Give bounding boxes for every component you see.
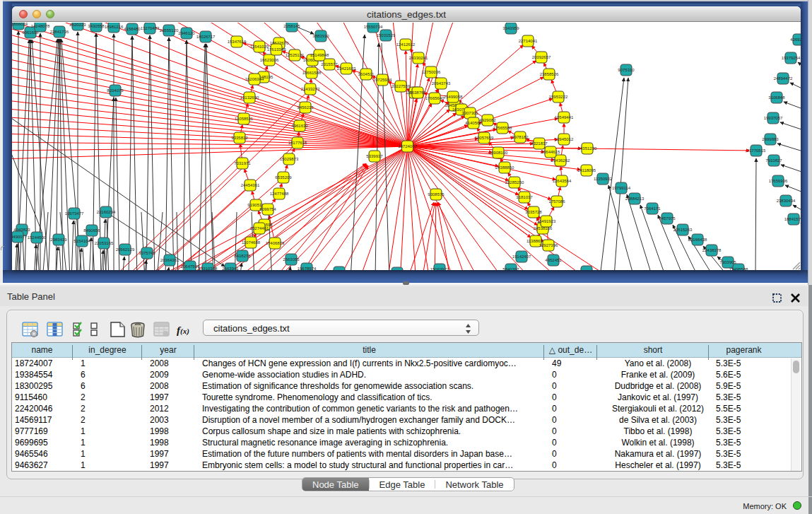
svg-text:7910827: 7910827 xyxy=(765,158,782,163)
svg-text:13945012: 13945012 xyxy=(555,137,574,141)
svg-text:20562129: 20562129 xyxy=(116,247,135,252)
svg-text:3883910: 3883910 xyxy=(312,34,329,38)
svg-text:12750036: 12750036 xyxy=(422,70,441,74)
svg-text:23858526: 23858526 xyxy=(540,72,559,76)
svg-text:2946120: 2946120 xyxy=(178,31,195,35)
svg-text:9308575: 9308575 xyxy=(428,192,445,197)
svg-text:23884213: 23884213 xyxy=(625,197,645,201)
svg-text:15244500: 15244500 xyxy=(28,235,47,240)
svg-text:21499058: 21499058 xyxy=(444,95,463,99)
svg-text:18026717: 18026717 xyxy=(196,35,216,39)
svg-text:15029873: 15029873 xyxy=(280,157,299,161)
svg-text:2620223: 2620223 xyxy=(69,23,86,27)
svg-text:16623006: 16623006 xyxy=(260,58,279,62)
svg-text:22053165: 22053165 xyxy=(95,241,114,245)
svg-text:24330241: 24330241 xyxy=(409,56,428,60)
svg-text:6099754: 6099754 xyxy=(259,207,276,211)
svg-text:17406879: 17406879 xyxy=(266,241,285,245)
svg-text:4158480: 4158480 xyxy=(124,27,141,31)
svg-text:3075745: 3075745 xyxy=(139,251,155,255)
svg-text:12643564: 12643564 xyxy=(553,179,572,183)
svg-text:19937057: 19937057 xyxy=(764,116,783,120)
svg-text:14248078: 14248078 xyxy=(31,24,50,28)
svg-text:18841570: 18841570 xyxy=(784,217,801,221)
svg-text:13270483: 13270483 xyxy=(141,26,160,30)
svg-text:16206344: 16206344 xyxy=(245,77,264,81)
svg-text:3604511: 3604511 xyxy=(358,72,375,76)
svg-text:2563055: 2563055 xyxy=(283,257,300,262)
svg-text:10644615: 10644615 xyxy=(541,150,560,154)
svg-text:22714041: 22714041 xyxy=(519,39,538,43)
svg-text:17565588: 17565588 xyxy=(493,126,512,130)
svg-text:18724007: 18724007 xyxy=(398,144,417,148)
svg-text:1757086: 1757086 xyxy=(548,199,565,204)
svg-text:23421603: 23421603 xyxy=(337,66,356,71)
svg-text:11058511: 11058511 xyxy=(235,117,253,121)
svg-text:10549441: 10549441 xyxy=(555,115,574,119)
svg-text:17613348: 17613348 xyxy=(267,47,286,52)
svg-text:20274461: 20274461 xyxy=(250,226,269,230)
svg-text:2978182: 2978182 xyxy=(512,135,529,139)
svg-text:23830434: 23830434 xyxy=(777,199,796,203)
svg-text:2663941: 2663941 xyxy=(222,267,239,270)
svg-text:20555120: 20555120 xyxy=(160,28,179,33)
svg-text:3307301: 3307301 xyxy=(461,111,478,115)
svg-text:11074688: 11074688 xyxy=(242,240,261,245)
svg-text:22438378: 22438378 xyxy=(702,248,722,252)
svg-text:16491923: 16491923 xyxy=(537,219,556,223)
svg-text:15953222: 15953222 xyxy=(549,95,568,99)
svg-text:15550734: 15550734 xyxy=(364,25,383,29)
svg-text:14351230: 14351230 xyxy=(578,146,597,151)
svg-text:4961630: 4961630 xyxy=(291,124,308,128)
svg-text:5154104: 5154104 xyxy=(73,239,90,243)
svg-text:20392657: 20392657 xyxy=(532,55,551,59)
svg-text:11350932: 11350932 xyxy=(594,177,613,181)
svg-text:7064171: 7064171 xyxy=(644,206,661,211)
svg-text:19678574: 19678574 xyxy=(298,267,317,270)
svg-text:6638767: 6638767 xyxy=(409,90,426,95)
svg-text:24388850: 24388850 xyxy=(495,165,514,170)
svg-text:20943743: 20943743 xyxy=(432,81,451,86)
svg-text:10661588: 10661588 xyxy=(302,71,322,75)
svg-text:3181037: 3181037 xyxy=(516,195,533,199)
svg-text:20364361: 20364361 xyxy=(160,258,180,262)
svg-text:8321837: 8321837 xyxy=(531,141,548,146)
svg-text:9075310: 9075310 xyxy=(618,68,635,72)
svg-text:22841736: 22841736 xyxy=(50,30,69,34)
svg-text:20166438: 20166438 xyxy=(688,238,707,242)
svg-text:24454361: 24454361 xyxy=(241,183,260,187)
svg-text:f(x): f(x) xyxy=(177,325,189,336)
svg-text:2983419: 2983419 xyxy=(50,238,67,242)
svg-text:15347616: 15347616 xyxy=(228,40,247,44)
svg-text:20227559: 20227559 xyxy=(392,84,411,88)
svg-text:3343959: 3343959 xyxy=(502,26,519,30)
svg-text:3430558: 3430558 xyxy=(88,24,105,28)
svg-text:2315577: 2315577 xyxy=(321,62,338,66)
svg-text:8490656: 8490656 xyxy=(83,228,100,233)
svg-text:12927396: 12927396 xyxy=(539,243,558,247)
svg-text:17665640: 17665640 xyxy=(425,96,445,100)
svg-text:19490077: 19490077 xyxy=(12,235,28,239)
svg-text:7031971: 7031971 xyxy=(234,161,251,165)
svg-text:16908100: 16908100 xyxy=(489,151,508,155)
svg-text:15031529: 15031529 xyxy=(377,33,396,37)
svg-text:9335812: 9335812 xyxy=(231,136,248,140)
svg-text:15149848: 15149848 xyxy=(310,53,329,57)
svg-text:4929082: 4929082 xyxy=(479,118,496,122)
svg-text:20156684: 20156684 xyxy=(577,269,596,270)
svg-text:13495588: 13495588 xyxy=(729,267,748,270)
svg-text:5339937: 5339937 xyxy=(366,154,383,158)
svg-text:21433273: 21433273 xyxy=(301,87,320,91)
svg-text:19142407: 19142407 xyxy=(512,255,531,259)
svg-text:4457975: 4457975 xyxy=(659,216,676,221)
svg-text:23436262: 23436262 xyxy=(551,158,570,163)
svg-text:12525131: 12525131 xyxy=(286,53,305,57)
svg-text:22160294: 22160294 xyxy=(97,210,116,214)
svg-text:3035728: 3035728 xyxy=(525,210,542,214)
svg-text:12477488: 12477488 xyxy=(270,192,289,196)
svg-text:19799114: 19799114 xyxy=(612,186,631,190)
svg-text:8418275: 8418275 xyxy=(234,254,251,258)
svg-text:18177615: 18177615 xyxy=(288,141,307,145)
svg-text:13132690: 13132690 xyxy=(240,95,259,100)
svg-text:2258145: 2258145 xyxy=(283,24,300,28)
